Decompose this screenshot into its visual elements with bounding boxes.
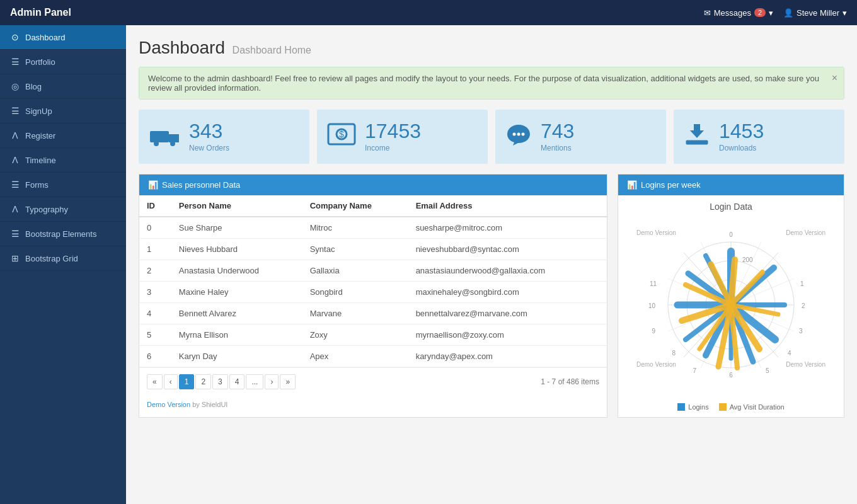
page-4-button[interactable]: 4 <box>229 374 245 389</box>
corner-label-tl: Demo Version <box>636 229 676 236</box>
sidebar-item-portfolio[interactable]: ☰ Portfolio <box>0 50 126 74</box>
svg-text:$: $ <box>339 129 344 139</box>
pagination-row: « ‹ 1 2 3 4 ... › » 1 - 7 of 486 items <box>139 367 607 396</box>
stat-card-downloads: 1453 Downloads <box>674 110 844 164</box>
svg-text:7: 7 <box>693 367 696 374</box>
orders-number: 343 <box>189 121 229 141</box>
page-first-button[interactable]: « <box>147 374 163 389</box>
sales-panel-title: Sales personnel Data <box>162 180 240 190</box>
logins-chart-panel: 📊 Logins per week Login Data Demo Versio… <box>618 174 844 418</box>
table-row: 4Bennett AlvarezMarvanebennettalvarez@ma… <box>139 303 607 324</box>
svg-point-8 <box>517 132 521 135</box>
main-layout: ⊙ Dashboard ☰ Portfolio ◎ Blog ☰ SignUp … <box>0 25 857 504</box>
table-cell: Gallaxia <box>302 260 408 282</box>
messages-label: Messages <box>714 8 751 18</box>
page-last-button[interactable]: » <box>280 374 296 389</box>
stats-row: 343 New Orders $ 17453 Income <box>139 110 844 164</box>
page-next-button[interactable]: › <box>265 374 279 389</box>
income-icon: $ <box>327 122 356 152</box>
topbar-right: ✉ Messages 2 ▾ 👤 Steve Miller ▾ <box>704 8 847 18</box>
sidebar-label-signup: SignUp <box>25 106 52 116</box>
chart-title: Login Data <box>624 202 837 212</box>
table-row: 3Maxine HaleySongbirdmaxinehaley@songbir… <box>139 282 607 303</box>
orders-icon <box>149 122 180 152</box>
messages-button[interactable]: ✉ Messages 2 ▾ <box>704 8 773 18</box>
table-cell: 1 <box>139 239 171 260</box>
svg-point-9 <box>522 132 525 135</box>
alert-close-button[interactable]: × <box>832 72 837 84</box>
page-1-button[interactable]: 1 <box>179 374 195 389</box>
table-cell: Apex <box>302 346 408 367</box>
income-info: 17453 Income <box>365 121 421 152</box>
sidebar: ⊙ Dashboard ☰ Portfolio ◎ Blog ☰ SignUp … <box>0 25 126 504</box>
corner-label-br: Demo Version <box>786 361 825 368</box>
page-subtitle: Dashboard Home <box>233 45 311 55</box>
page-prev-button[interactable]: ‹ <box>164 374 178 389</box>
envelope-icon: ✉ <box>704 8 711 18</box>
sidebar-item-register[interactable]: Λ Register <box>0 123 126 148</box>
table-cell: nieveshubbard@syntac.com <box>408 239 607 260</box>
alert-text: Welcome to the admin dashboard! Feel fre… <box>148 74 819 93</box>
bottom-row: 📊 Sales personnel Data ID Person Name Co… <box>139 174 844 418</box>
user-menu[interactable]: 👤 Steve Miller ▾ <box>783 8 847 18</box>
sidebar-item-dashboard[interactable]: ⊙ Dashboard <box>0 25 126 50</box>
dashboard-icon: ⊙ <box>10 32 20 42</box>
sidebar-item-blog[interactable]: ◎ Blog <box>0 74 126 99</box>
page-2-button[interactable]: 2 <box>195 374 211 389</box>
table-cell: myrnaellison@zoxy.com <box>408 324 607 346</box>
pagination-info: 1 - 7 of 486 items <box>541 377 599 386</box>
svg-text:0: 0 <box>729 231 733 238</box>
table-cell: karynday@apex.com <box>408 346 607 367</box>
table-cell: 0 <box>139 217 171 239</box>
svg-text:5: 5 <box>766 367 769 374</box>
content-area: Dashboard Dashboard Home Welcome to the … <box>126 25 857 504</box>
svg-rect-0 <box>150 131 169 142</box>
col-id: ID <box>139 195 171 217</box>
sidebar-item-bootstrap-elements[interactable]: ☰ Bootstrap Elements <box>0 222 126 246</box>
demo-version-label: Demo Version by ShieldUI <box>139 396 607 413</box>
orders-info: 343 New Orders <box>189 121 229 152</box>
user-name: Steve Miller <box>797 8 839 18</box>
timeline-icon: Λ <box>10 155 20 165</box>
svg-text:1: 1 <box>800 280 804 287</box>
svg-text:3: 3 <box>799 328 803 335</box>
sidebar-label-portfolio: Portfolio <box>25 57 55 67</box>
svg-text:10: 10 <box>648 302 656 309</box>
topbar: Admin Panel ✉ Messages 2 ▾ 👤 Steve Mille… <box>0 0 857 25</box>
mentions-icon <box>505 122 532 152</box>
mentions-info: 743 Mentions <box>541 121 574 152</box>
sidebar-item-typography[interactable]: Λ Typography <box>0 197 126 222</box>
messages-badge: 2 <box>754 8 766 17</box>
sidebar-label-register: Register <box>25 131 55 140</box>
user-chevron-icon: ▾ <box>843 8 847 18</box>
user-icon: 👤 <box>783 8 793 18</box>
svg-text:11: 11 <box>650 280 657 287</box>
legend-logins: Logins <box>677 403 708 411</box>
col-person-name: Person Name <box>171 195 302 217</box>
table-cell: Mitroc <box>302 217 408 239</box>
page-3-button[interactable]: 3 <box>212 374 228 389</box>
sales-panel-icon: 📊 <box>148 180 158 190</box>
pagination: « ‹ 1 2 3 4 ... › » <box>147 374 296 389</box>
corner-label-bl: Demo Version <box>636 361 676 368</box>
table-header-row: ID Person Name Company Name Email Addres… <box>139 195 607 217</box>
table-cell: anastasiaunderwood@gallaxia.com <box>408 260 607 282</box>
sidebar-label-dashboard: Dashboard <box>25 33 66 42</box>
col-company-name: Company Name <box>302 195 408 217</box>
demo-version-link[interactable]: Demo Version <box>147 401 190 408</box>
col-email: Email Address <box>408 195 607 217</box>
sidebar-item-forms[interactable]: ☰ Forms <box>0 173 126 197</box>
svg-point-3 <box>170 141 175 146</box>
logins-panel-icon: 📊 <box>627 180 637 190</box>
typography-icon: Λ <box>10 204 20 214</box>
page-title: Dashboard <box>139 38 225 57</box>
sidebar-item-bootstrap-grid[interactable]: ⊞ Bootstrap Grid <box>0 246 126 271</box>
sidebar-item-timeline[interactable]: Λ Timeline <box>0 148 126 173</box>
sidebar-item-signup[interactable]: ☰ SignUp <box>0 99 126 123</box>
svg-text:8: 8 <box>672 350 676 357</box>
table-cell: Bennett Alvarez <box>171 303 302 324</box>
signup-icon: ☰ <box>10 106 20 116</box>
svg-text:2: 2 <box>802 302 805 309</box>
sales-panel-header: 📊 Sales personnel Data <box>139 175 607 195</box>
orders-label: New Orders <box>189 144 229 152</box>
